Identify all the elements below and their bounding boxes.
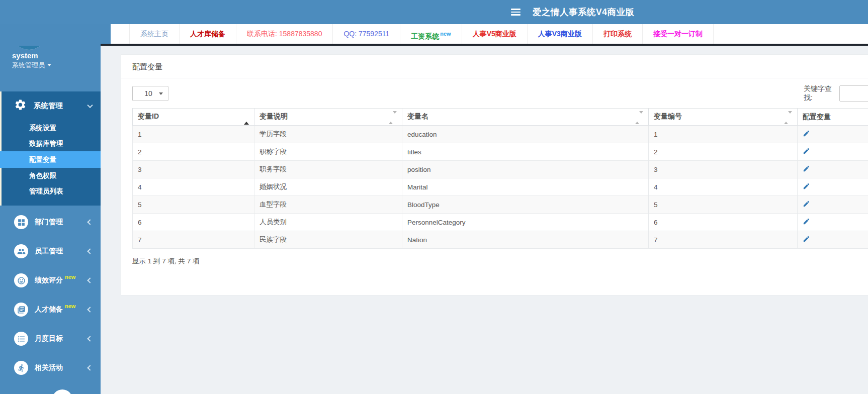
cell-variable-code: 4 (649, 178, 798, 196)
edit-pencil-icon[interactable] (803, 200, 810, 208)
table-row: 5血型字段BloodType5 (133, 196, 868, 214)
sidebar-subitem-数据库管理[interactable]: 数据库管理 (2, 136, 101, 151)
page-size-select[interactable]: 10 (132, 86, 168, 101)
column-header-label: 变量说明 (259, 112, 288, 120)
chevron-left-icon (87, 219, 93, 225)
column-header-变量说明[interactable]: 变量说明 (254, 109, 402, 126)
table-row: 7民族字段Nation7 (133, 231, 868, 249)
sidebar-subitem-管理员列表[interactable]: 管理员列表 (2, 183, 101, 199)
app-title: 爱之情人事系统V4商业版 (533, 6, 634, 18)
edit-pencil-icon[interactable] (803, 218, 810, 225)
cell-variable-name: PersonnelCategory (402, 214, 649, 231)
cell-edit (798, 231, 868, 249)
nav-spacer (111, 24, 130, 44)
cell-edit (798, 161, 868, 178)
keyword-search-input[interactable] (839, 85, 868, 102)
sort-both-icon (635, 114, 643, 122)
cell-variable-desc: 血型字段 (254, 196, 402, 214)
column-header-label: 变量编号 (654, 112, 682, 120)
cell-edit (798, 214, 868, 231)
gear-icon (14, 98, 27, 113)
sidebar-menu: 系统管理 系统设置数据库管理配置变量角色权限管理员列表 部门管理员工管理绩效评分… (0, 91, 101, 382)
sidebar-item-人才储备[interactable]: 人才储备new (0, 295, 101, 324)
chevron-down-icon (87, 102, 93, 108)
chevron-left-icon (87, 248, 93, 254)
column-header-配置变量: 配置变量 (798, 109, 868, 126)
topbar: 爱之情人事系统V4商业版 (0, 0, 868, 24)
column-header-变量ID[interactable]: 变量ID (133, 109, 254, 126)
cell-variable-id: 3 (133, 161, 254, 178)
nav-tab-9[interactable]: 接受一对一订制 (643, 24, 714, 44)
table-row: 4婚姻状况Marital4 (133, 178, 868, 196)
cell-variable-name: Nation (402, 231, 649, 249)
panel-title: 配置变量 (121, 55, 868, 78)
sidebar-item-label: 部门管理 (35, 218, 63, 227)
config-variables-panel: 配置变量 10 关键字查找: 变量ID变量说明变量名变量编号配置变量 1学历字段… (121, 54, 868, 296)
cell-edit (798, 143, 868, 161)
sidebar-item-员工管理[interactable]: 员工管理 (0, 237, 101, 266)
nav-tab-1[interactable]: 系统主页 (130, 24, 180, 44)
cell-variable-name: education (402, 126, 649, 143)
grid-icon (14, 215, 28, 229)
sidebar-item-system-management[interactable]: 系统管理 (2, 91, 101, 120)
column-header-变量名[interactable]: 变量名 (402, 109, 649, 126)
nav-tab-3[interactable]: 联系电话: 15887835880 (236, 24, 333, 44)
sidebar-group-system: 系统管理 系统设置数据库管理配置变量角色权限管理员列表 (0, 91, 101, 206)
cell-variable-id: 7 (133, 231, 254, 249)
sidebar: system 系统管理员 系统管理 系统设置数据库管理配置变量角色权限管理员列表… (0, 0, 101, 394)
edit-pencil-icon[interactable] (803, 235, 810, 243)
cell-variable-id: 6 (133, 214, 254, 231)
cell-variable-code: 7 (649, 231, 798, 249)
sort-both-icon (389, 114, 397, 122)
page-size-value: 10 (138, 89, 159, 97)
sidebar-item-label: 月度目标 (35, 334, 63, 343)
cell-variable-id: 2 (133, 143, 254, 161)
sidebar-item-label: 相关活动 (35, 363, 63, 372)
edit-pencil-icon[interactable] (803, 130, 810, 137)
cell-variable-desc: 职务字段 (254, 161, 402, 178)
profile-role-dropdown[interactable]: 系统管理员 (12, 61, 51, 70)
nav-tab-4[interactable]: QQ: 77592511 (333, 24, 400, 44)
table-info: 显示 1 到 7 项, 共 7 项 (132, 257, 868, 266)
cell-edit (798, 126, 868, 143)
sidebar-item-部门管理[interactable]: 部门管理 (0, 208, 101, 237)
list-icon (14, 332, 28, 346)
edit-pencil-icon[interactable] (803, 182, 810, 190)
cell-variable-desc: 学历字段 (254, 126, 402, 143)
hamburger-menu-icon[interactable] (511, 9, 520, 16)
sidebar-subitem-配置变量[interactable]: 配置变量 (0, 151, 101, 168)
chevron-left-icon (87, 336, 93, 341)
smiley-icon (14, 273, 28, 287)
nav-tab-8[interactable]: 打印系统 (593, 24, 643, 44)
people-icon (14, 244, 28, 258)
config-variables-table: 变量ID变量说明变量名变量编号配置变量 1学历字段education12职称字段… (132, 108, 868, 249)
sidebar-subitem-系统设置[interactable]: 系统设置 (2, 120, 101, 136)
search-group: 关键字查找: (804, 84, 868, 103)
cell-variable-desc: 职称字段 (254, 143, 402, 161)
cell-variable-code: 6 (649, 214, 798, 231)
edit-pencil-icon[interactable] (803, 165, 810, 172)
activity-icon (14, 361, 28, 375)
select-arrow-icon (159, 92, 163, 95)
nav-tab-7[interactable]: 人事V3商业版 (528, 24, 593, 44)
search-label: 关键字查找: (804, 84, 834, 103)
edit-pencil-icon[interactable] (803, 147, 810, 155)
table-toolbar: 10 关键字查找: (121, 78, 868, 108)
cell-variable-code: 2 (649, 143, 798, 161)
nav-tab-2[interactable]: 人才库储备 (180, 24, 236, 44)
chevron-left-icon (87, 307, 93, 312)
sidebar-item-月度目标[interactable]: 月度目标 (0, 324, 101, 353)
sidebar-item-相关活动[interactable]: 相关活动 (0, 353, 101, 382)
cell-variable-name: titles (402, 143, 649, 161)
sidebar-group-label: 系统管理 (34, 101, 63, 111)
topbar-group: 爱之情人事系统V4商业版 (511, 0, 634, 24)
column-header-变量编号[interactable]: 变量编号 (649, 109, 798, 126)
nav-tab-6[interactable]: 人事V5商业版 (462, 24, 528, 44)
navbar-shadow-strip (101, 44, 868, 46)
cell-variable-code: 5 (649, 196, 798, 214)
sidebar-subitem-角色权限[interactable]: 角色权限 (2, 168, 101, 183)
nav-tab-5[interactable]: 工资系统new (400, 24, 462, 44)
cell-variable-desc: 民族字段 (254, 231, 402, 249)
table-row: 3职务字段position3 (133, 161, 868, 178)
sidebar-item-绩效评分[interactable]: 绩效评分new (0, 266, 101, 295)
